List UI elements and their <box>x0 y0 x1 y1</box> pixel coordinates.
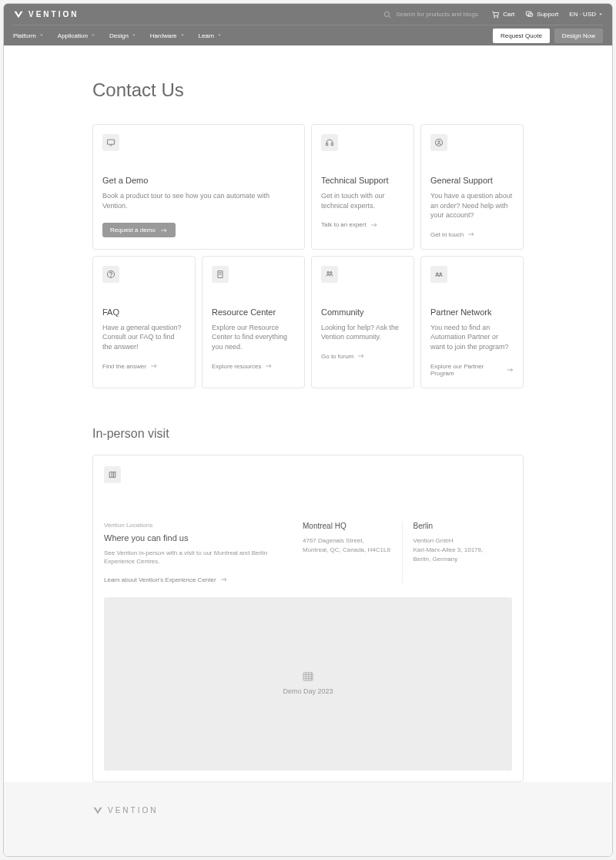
svg-point-20 <box>440 273 441 274</box>
visit-card: Vention Locations Where you can find us … <box>92 455 524 782</box>
card-title: Community <box>321 307 404 317</box>
svg-point-13 <box>111 276 112 277</box>
card-title: Get a Demo <box>102 176 295 185</box>
logo-icon <box>92 805 103 816</box>
card-desc: Get in touch with our technical experts. <box>321 191 404 210</box>
nav-application[interactable]: Application <box>58 32 95 39</box>
search-icon <box>383 11 391 18</box>
svg-point-0 <box>384 12 389 16</box>
chevron-down-icon <box>39 33 44 38</box>
nav-learn[interactable]: Learn <box>199 32 222 39</box>
footer: VENTION vention.io Terms Privacy Securit… <box>4 782 612 857</box>
team-icon <box>430 266 447 283</box>
footer-logo[interactable]: VENTION <box>92 805 524 816</box>
card-desc: Book a product tour to see how you can a… <box>102 191 295 210</box>
card-title: Partner Network <box>430 307 514 317</box>
arrow-right-icon <box>507 368 514 372</box>
location-berlin: Berlin Vention GmbHKarl-Marx-Allee 3, 10… <box>403 522 513 583</box>
card-title: General Support <box>430 176 514 185</box>
chevron-down-icon <box>91 33 95 38</box>
svg-line-1 <box>389 15 391 18</box>
card-faq: FAQ Have a general question? Consult our… <box>92 256 196 388</box>
card-link[interactable]: Explore our Partner Program <box>430 363 514 377</box>
location-name: Montreal HQ <box>303 522 391 530</box>
card-desc: You need to find an Automation Partner o… <box>430 323 514 352</box>
nav-design[interactable]: Design <box>109 32 136 39</box>
card-general-support: General Support You have a question abou… <box>420 124 524 250</box>
users-icon <box>321 266 338 283</box>
search-input[interactable] <box>396 11 480 18</box>
card-desc: You have a question about an order? Need… <box>430 191 514 220</box>
arrow-right-icon <box>150 364 158 368</box>
card-title: Resource Center <box>212 307 295 317</box>
card-desc: Explore our Resource Center to find ever… <box>212 323 295 352</box>
main-content: Contact Us Get a Demo Book a product tou… <box>4 45 612 782</box>
arrow-right-icon <box>357 354 365 358</box>
svg-point-2 <box>494 17 495 18</box>
svg-rect-6 <box>108 139 115 144</box>
media-caption: Demo Day 2023 <box>283 687 333 695</box>
request-quote-button[interactable]: Request Quote <box>493 29 550 43</box>
locale-selector[interactable]: EN · USD <box>569 11 603 18</box>
visit-eyebrow: Vention Locations <box>104 522 273 529</box>
design-now-button[interactable]: Design Now <box>554 29 603 43</box>
brand-logo[interactable]: VENTION <box>13 9 79 20</box>
cart-icon <box>491 10 500 18</box>
chevron-down-icon <box>598 12 603 17</box>
chevron-down-icon <box>217 33 222 38</box>
arrow-right-icon <box>160 228 168 233</box>
card-link[interactable]: Get in touch <box>430 231 514 238</box>
card-title: FAQ <box>102 307 186 317</box>
card-link[interactable]: Go to forum <box>321 353 404 360</box>
visit-desc: See Vention in-person with a visit to ou… <box>104 549 273 566</box>
page-title: Contact Us <box>92 79 524 101</box>
card-desc: Have a general question? Consult our FAQ… <box>102 323 186 352</box>
location-montreal: Montreal HQ 4767 Dagenais Street,Montrea… <box>292 522 403 583</box>
media-placeholder: Demo Day 2023 <box>104 597 512 771</box>
card-demo: Get a Demo Book a product tour to see ho… <box>92 124 305 250</box>
svg-point-19 <box>437 273 438 274</box>
card-link[interactable]: Find the answer <box>102 363 186 370</box>
arrow-right-icon <box>220 577 228 582</box>
visit-link[interactable]: Learn about Vention's Experience Center <box>104 576 273 583</box>
monitor-icon <box>102 134 119 151</box>
search[interactable] <box>383 11 480 18</box>
visit-title: Where you can find us <box>104 533 273 543</box>
arrow-right-icon <box>370 223 378 227</box>
logo-icon <box>13 9 24 20</box>
user-icon <box>430 134 447 151</box>
svg-rect-9 <box>331 143 333 146</box>
chat-icon <box>525 10 534 18</box>
request-demo-button[interactable]: Request a demo <box>102 223 176 237</box>
question-icon <box>102 266 119 283</box>
cart-link[interactable]: Cart <box>491 10 514 18</box>
card-link[interactable]: Explore resources <box>212 363 295 370</box>
card-tech-support: Technical Support Get in touch with our … <box>311 124 414 250</box>
visit-heading: In-person visit <box>92 427 524 441</box>
card-community: Community Looking for help? Ask the Vent… <box>311 256 414 388</box>
chevron-down-icon <box>132 33 136 38</box>
nav-hardware[interactable]: Hardware <box>150 32 185 39</box>
header: VENTION Cart Support EN · USD Platform A… <box>4 4 612 45</box>
arrow-right-icon <box>265 364 273 368</box>
svg-point-11 <box>438 141 440 143</box>
card-title: Technical Support <box>321 176 404 185</box>
headphones-icon <box>321 134 338 151</box>
svg-rect-5 <box>528 13 533 16</box>
contact-cards-grid: Get a Demo Book a product tour to see ho… <box>92 124 524 388</box>
card-resource-center: Resource Center Explore our Resource Cen… <box>202 256 305 388</box>
image-icon <box>303 672 313 681</box>
brand-text: VENTION <box>28 10 79 18</box>
arrow-right-icon <box>467 232 475 237</box>
location-name: Berlin <box>413 522 502 530</box>
svg-rect-8 <box>326 143 328 146</box>
card-partner-network: Partner Network You need to find an Auto… <box>420 256 524 388</box>
card-link[interactable]: Talk to an expert <box>321 221 404 228</box>
svg-point-3 <box>497 17 498 18</box>
map-icon <box>104 466 121 483</box>
support-link[interactable]: Support <box>525 10 558 18</box>
svg-point-18 <box>330 271 332 273</box>
chevron-down-icon <box>180 33 185 38</box>
nav-platform[interactable]: Platform <box>13 32 44 39</box>
svg-point-17 <box>327 271 329 273</box>
